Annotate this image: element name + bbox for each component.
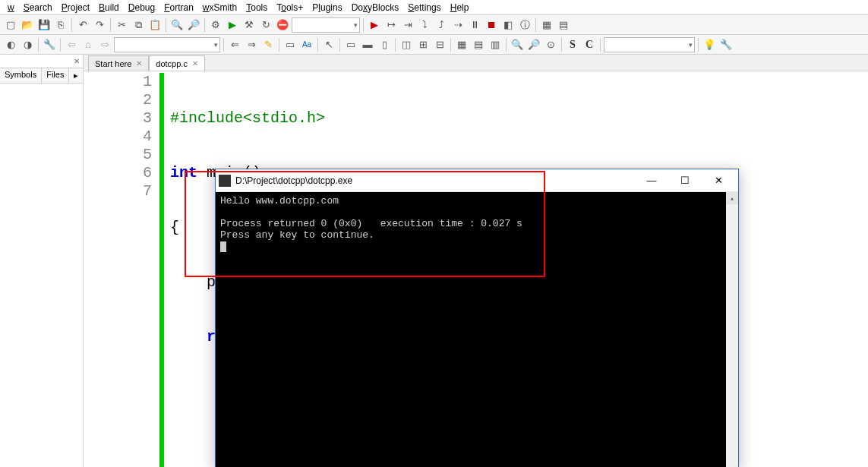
maximize-button[interactable]: ☐ [668,170,702,191]
abort-icon[interactable]: ⛔ [275,17,290,33]
close-icon[interactable]: ✕ [74,57,80,65]
line-number: 2 [84,91,152,109]
letter-s-button[interactable]: S [565,37,580,52]
console-app-icon [219,175,231,187]
grid1-icon[interactable]: ▦ [454,37,469,52]
debug-window-icon[interactable]: ◧ [500,17,516,33]
menu-tools[interactable]: Tools [241,1,272,14]
cursor-icon[interactable]: ↖ [321,37,336,52]
redo-icon[interactable]: ↷ [92,17,107,33]
copy-icon[interactable]: ⧉ [131,17,146,33]
debug-step-out-icon[interactable]: ⤴ [434,17,449,33]
menu-build[interactable]: Build [94,1,124,14]
scroll-up-icon[interactable]: ▴ [726,192,738,204]
wrench-icon[interactable]: 🔧 [42,37,57,52]
help-bulb-icon[interactable]: 💡 [702,37,717,52]
debug-step-instr-icon[interactable]: ⇢ [450,17,466,33]
save-all-icon[interactable]: ⎘ [53,17,68,33]
rect-icon[interactable]: ▭ [343,37,358,52]
layout1-icon[interactable]: ◫ [399,37,414,52]
menu-fortran[interactable]: Fortran [159,1,198,14]
debug-stop-icon[interactable]: ⏹ [484,17,499,33]
new-file-icon[interactable]: ▢ [3,17,18,33]
build-target-combo[interactable] [292,17,360,33]
rebuild-icon[interactable]: ↻ [258,17,273,33]
sidebar-tab-overflow-icon[interactable]: ▸ [69,68,84,83]
layout2-icon[interactable]: ⊞ [415,37,431,52]
zoom-in-icon[interactable]: 🔍 [510,37,525,52]
separator [450,38,451,52]
line-number: 5 [84,146,152,164]
jump-prev-icon[interactable]: ⇐ [227,37,242,52]
toggle-source-icon[interactable]: ◐ [3,37,18,52]
editor-tabstrip: Start here ✕ dotcpp.c ✕ [84,55,868,71]
debug-run-icon[interactable]: ▶ [367,17,382,33]
search-combo[interactable] [604,37,695,52]
console-titlebar[interactable]: D:\Project\dotcpp\dotcpp.exe — ☐ ✕ [216,169,738,192]
highlight-icon[interactable]: ✎ [260,37,276,52]
run-icon[interactable]: ▶ [225,17,240,33]
minimize-button[interactable]: — [635,170,668,191]
menu-search[interactable]: Search [19,1,57,14]
build-run-icon[interactable]: ⚒ [241,17,257,33]
tab-label: dotcpp.c [156,59,188,68]
options-icon[interactable]: 🔧 [718,37,734,52]
toolbar-row-2: ◐ ◑ 🔧 ⇦ ⌂ ⇨ ⇐ ⇒ ✎ ▭ Aa ↖ ▭ ▬ ▯ ◫ ⊞ ⊟ ▦ ▤… [0,35,868,55]
open-icon[interactable]: 📂 [20,17,35,33]
rect3-icon[interactable]: ▯ [377,37,392,52]
debug-break-icon[interactable]: ⏸ [467,17,482,33]
text-aa-icon[interactable]: Aa [299,37,314,52]
debug-info-icon[interactable]: ⓘ [517,17,532,33]
grid2-icon[interactable]: ▤ [471,37,486,52]
rect2-icon[interactable]: ▬ [360,37,375,52]
save-icon[interactable]: 💾 [36,17,52,33]
menu-view[interactable]: w [3,1,19,14]
zoom-out-icon[interactable]: 🔎 [526,37,541,52]
zoom-fit-icon[interactable]: ⊙ [543,37,558,52]
cut-icon[interactable]: ✂ [114,17,129,33]
menu-bar: w Search Project Build Debug Fortran wxS… [0,0,868,15]
menu-wxsmith[interactable]: wxSmith [198,1,241,14]
debug-next-icon[interactable]: ⇥ [400,17,415,33]
menu-project[interactable]: Project [57,1,94,14]
select-icon[interactable]: ▭ [282,37,298,52]
close-button[interactable]: ✕ [702,170,735,191]
grid3-icon[interactable]: ▥ [488,37,503,52]
debug-step-in-icon[interactable]: ⤵ [417,17,432,33]
letter-c-button[interactable]: C [582,37,597,52]
layout3-icon[interactable]: ⊟ [432,37,447,52]
close-icon[interactable]: ✕ [192,59,198,68]
menu-settings[interactable]: Settings [403,1,445,14]
toggle-header-icon[interactable]: ◑ [20,37,35,52]
jump-next-icon[interactable]: ⇒ [244,37,259,52]
code-line: #include<stdio.h> [170,109,507,128]
symbol-combo[interactable] [114,37,220,52]
menu-plugins[interactable]: Plugins [308,1,346,14]
console-output[interactable]: Hello www.dotcpp.com Process returned 0 … [216,192,738,467]
build-icon[interactable]: ⚙ [208,17,223,33]
sidebar-tab-files[interactable]: Files [42,68,69,83]
sidebar-tab-symbols[interactable]: Symbols [0,68,42,83]
tab-dotcpp[interactable]: dotcpp.c ✕ [149,55,205,71]
menu-debug[interactable]: Debug [124,1,159,14]
menu-doxyblocks[interactable]: DoxyBlocks [347,1,404,14]
separator [279,38,279,52]
nav-home-icon[interactable]: ⌂ [80,37,96,52]
console-scrollbar[interactable]: ▴ [726,192,738,467]
close-icon[interactable]: ✕ [136,59,142,68]
menu-help[interactable]: Help [446,1,474,14]
doxy-icon[interactable]: ▦ [539,17,554,33]
replace-icon[interactable]: 🔎 [186,17,201,33]
paste-icon[interactable]: 📋 [147,17,163,33]
separator [166,18,166,32]
menu-tools-plus[interactable]: Tools+ [272,1,308,14]
tab-start-here[interactable]: Start here ✕ [88,55,149,71]
separator [60,38,61,52]
debug-cursor-icon[interactable]: ↦ [383,17,399,33]
undo-icon[interactable]: ↶ [75,17,90,33]
nav-back-icon[interactable]: ⇦ [64,37,79,52]
find-icon[interactable]: 🔍 [169,17,185,33]
line-gutter: 1 2 3 4 5 6 7 [84,73,159,467]
nav-fwd-icon[interactable]: ⇨ [97,37,112,52]
doxy-icon2[interactable]: ▤ [556,17,571,33]
